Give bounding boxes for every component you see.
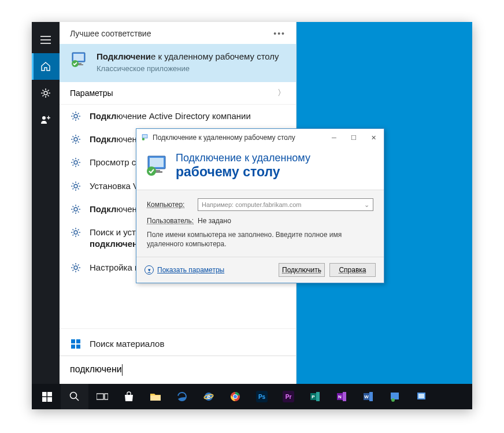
svg-point-56 [74,208,77,211]
svg-text:e: e [207,394,210,400]
svg-line-9 [48,95,49,97]
settings-gear-icon [70,157,81,168]
settings-gear-icon [70,180,81,192]
rail-settings[interactable] [32,80,60,106]
connect-button[interactable]: Подключить [279,263,325,277]
taskbar-edge[interactable] [169,384,195,409]
svg-point-38 [74,161,77,164]
best-match-header: Лучшее соответствие ••• [60,22,296,44]
taskbar-chrome[interactable] [223,384,248,409]
svg-line-64 [73,212,74,213]
settings-gear-icon [70,262,81,273]
svg-rect-118 [343,392,346,401]
svg-point-29 [74,138,77,141]
store-icon [70,338,81,350]
rdp-header: Подключение к удаленному рабочему столу [136,146,384,190]
close-button[interactable]: ✕ [365,131,381,144]
settings-gear-icon [70,134,81,145]
best-match-subtitle: Классическое приложение [97,64,279,74]
svg-line-43 [73,160,74,161]
search-result-item[interactable]: Подключение Active Directory компании [60,105,296,128]
more-icon[interactable]: ••• [273,29,286,38]
svg-rect-83 [71,339,75,343]
rdp-title-text: Подключение к удаленному рабочему столу [153,134,323,142]
store-search-item[interactable]: Поиск материалов [60,328,296,356]
svg-rect-102 [105,394,108,399]
rdp-titlebar-icon [141,134,149,142]
computer-combobox[interactable]: Например: computer.fabrikam.com ⌄ [198,198,373,211]
maximize-button[interactable]: ☐ [346,131,362,144]
chevron-right-icon: 〉 [277,88,286,98]
svg-line-37 [73,142,74,143]
svg-point-65 [74,231,77,234]
svg-rect-96 [47,392,52,397]
rdp-dialog: Подключение к удаленному рабочему столу … [136,128,384,283]
svg-line-46 [73,165,74,166]
svg-line-44 [78,165,79,166]
svg-point-20 [74,114,77,118]
svg-rect-126 [418,394,424,398]
rdp-header-icon [144,154,169,178]
svg-line-80 [78,269,79,271]
taskbar-ie[interactable]: e [196,384,221,409]
svg-rect-121 [369,392,373,401]
svg-rect-103 [150,395,161,401]
settings-gear-icon [70,203,81,215]
rail-home[interactable] [32,53,60,80]
rail-hamburger[interactable] [32,27,60,53]
svg-line-81 [78,264,79,265]
svg-line-70 [73,230,74,231]
rdp-titlebar[interactable]: Подключение к удаленному рабочему столу … [136,129,384,146]
show-options-link[interactable]: ▾ Показать параметры [144,265,274,275]
minimize-button[interactable]: ─ [326,131,342,144]
svg-point-12 [42,116,46,120]
user-label: Пользователь: [147,217,192,225]
svg-point-94 [147,166,156,176]
svg-point-47 [74,184,77,188]
svg-rect-86 [76,345,80,349]
svg-rect-88 [143,135,147,138]
taskbar-item-1[interactable] [382,384,407,409]
help-button[interactable]: Справка [329,263,376,277]
best-match-item[interactable]: Подключение к удаленному рабочему столу … [60,44,296,82]
svg-line-53 [78,188,79,189]
taskbar-item-2[interactable] [409,384,434,409]
search-input-row: подключени [60,356,296,384]
taskbar-onenote[interactable]: N [329,384,354,409]
settings-section-header[interactable]: Параметры 〉 [60,82,296,105]
taskbar-explorer[interactable] [143,384,168,409]
svg-line-52 [73,183,74,184]
svg-line-54 [78,183,79,184]
svg-line-28 [73,119,74,120]
svg-point-3 [44,91,47,95]
svg-rect-115 [316,392,320,401]
svg-line-72 [78,230,79,231]
taskbar-photoshop[interactable]: Ps [249,384,275,409]
settings-gear-icon [70,227,81,238]
taskbar-premiere[interactable]: Pr [276,384,301,409]
search-input[interactable]: подключени [70,364,123,374]
taskbar-word[interactable]: W [355,384,381,409]
search-button[interactable] [61,384,88,409]
svg-rect-101 [97,394,103,399]
svg-line-36 [78,136,79,138]
svg-line-26 [78,119,79,120]
svg-text:N: N [338,394,342,399]
svg-line-63 [78,206,79,207]
start-left-rail [32,22,60,384]
rail-accounts[interactable] [32,106,60,133]
svg-line-45 [78,160,79,161]
computer-label: Компьютер: [147,201,192,209]
dropdown-icon: ⌄ [364,201,369,209]
taskbar-publisher[interactable]: P [302,384,328,409]
svg-line-61 [73,206,74,207]
settings-gear-icon [70,110,81,122]
start-button[interactable] [34,384,60,409]
svg-rect-97 [42,397,47,402]
task-view-button[interactable] [90,384,115,409]
taskbar-store[interactable] [116,384,142,409]
expand-icon: ▾ [144,265,154,275]
svg-rect-84 [76,339,80,343]
svg-rect-91 [150,158,164,167]
user-value: Не задано [198,217,231,225]
